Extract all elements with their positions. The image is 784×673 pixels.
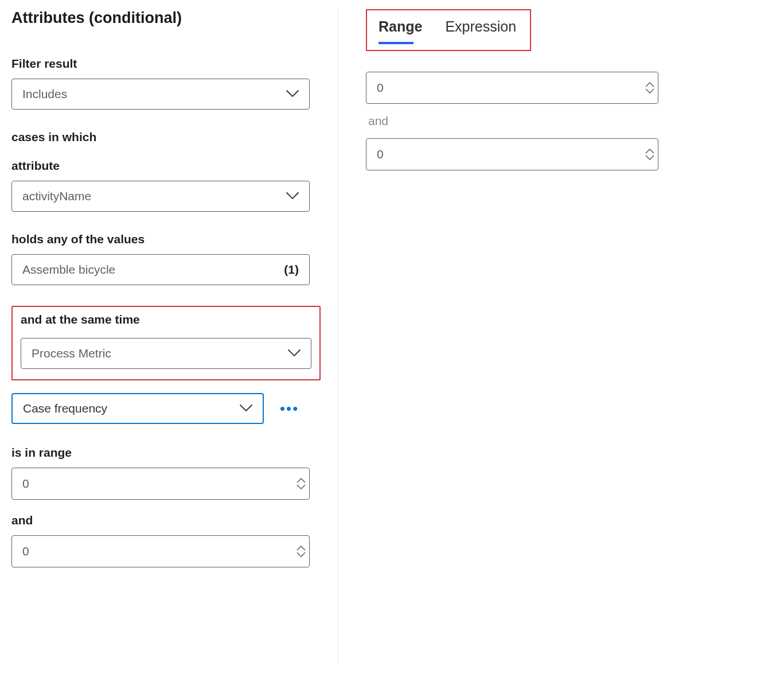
spinner-icon[interactable] [645,82,654,94]
in-range-label: is in range [11,446,321,460]
holds-count-wrapper: (1) [284,263,299,277]
holds-values-combobox[interactable]: Assemble bicycle (1) [11,254,310,285]
detail-from-value: 0 [377,81,384,95]
spinner-icon[interactable] [297,546,306,557]
holds-values-field: holds any of the values Assemble bicycle… [11,232,321,285]
chevron-down-icon [286,90,299,98]
cases-in-which-label: cases in which [11,130,321,144]
highlight-same-time-section: and at the same time Process Metric [11,306,321,380]
filter-result-dropdown[interactable]: Includes [11,79,310,110]
range-to-field: and 0 [11,513,321,567]
holds-value: Assemble bicycle [22,263,115,277]
filter-result-label: Filter result [11,57,321,71]
spinner-icon[interactable] [297,478,306,489]
and-label: and [11,513,321,527]
range-from-field: is in range 0 [11,446,321,500]
chevron-down-icon [288,349,301,357]
detail-to-value: 0 [377,147,384,161]
holds-count: (1) [284,263,299,277]
attribute-label: attribute [11,159,321,173]
range-from-input[interactable]: 0 [11,468,310,500]
metric-row: Case frequency ••• [11,393,321,424]
range-to-input-detail[interactable]: 0 [366,138,658,170]
chevron-down-icon [240,404,252,413]
attribute-dropdown[interactable]: activityName [11,181,310,212]
tab-expression[interactable]: Expression [445,15,516,43]
attribute-value: activityName [22,189,91,203]
filter-pane: Attributes (conditional) Filter result I… [11,9,338,664]
detail-and-label: and [368,114,773,128]
tab-range[interactable]: Range [379,15,422,43]
more-icon[interactable]: ••• [280,401,299,416]
holds-label: holds any of the values [11,232,321,246]
range-to-value: 0 [22,544,29,558]
detail-pane: Range Expression 0 and 0 [338,9,773,664]
range-from-input-detail[interactable]: 0 [366,72,658,104]
page-title: Attributes (conditional) [11,9,321,27]
same-time-label: and at the same time [21,313,311,326]
metric-value: Case frequency [23,402,107,415]
range-from-value: 0 [22,477,29,491]
chevron-down-icon [286,192,299,200]
attribute-field: attribute activityName [11,159,321,212]
same-time-dropdown[interactable]: Process Metric [21,338,311,369]
range-to-input[interactable]: 0 [11,535,310,567]
highlight-tabs-group: Range Expression [366,9,531,51]
filter-result-value: Includes [22,87,67,101]
same-time-value: Process Metric [32,347,111,360]
metric-dropdown[interactable]: Case frequency [11,393,264,424]
cases-in-which-label-field: cases in which [11,130,321,144]
spinner-icon[interactable] [645,149,654,160]
filter-result-field: Filter result Includes [11,57,321,110]
